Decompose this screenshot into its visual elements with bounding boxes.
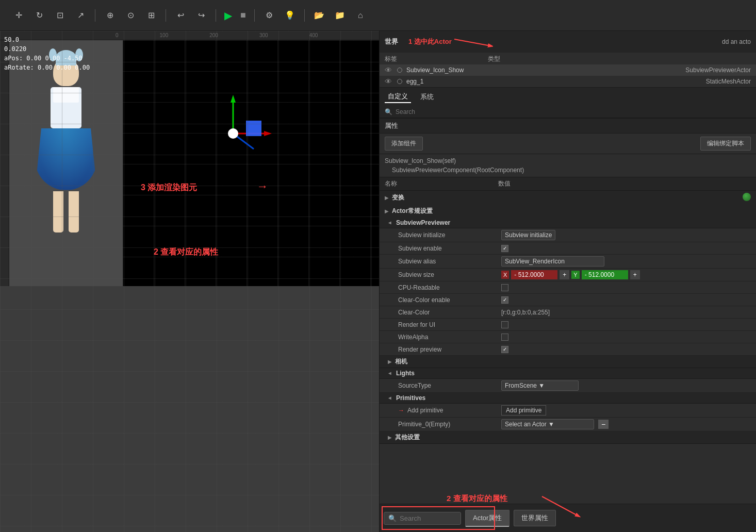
- comp-item-1[interactable]: SubviewPreviewerComponent(RootComponent): [385, 165, 751, 175]
- group-other-settings[interactable]: ▶ 其他设置: [380, 431, 756, 444]
- annotation-1-arrow: [452, 34, 493, 49]
- chevron-other: ▶: [388, 435, 392, 440]
- prop-name-init: Subview initialize: [398, 231, 501, 239]
- prop-val-writealpha: [501, 334, 751, 341]
- group-transform[interactable]: ▶ 变换: [380, 191, 756, 205]
- checkbox-renderui[interactable]: [501, 321, 508, 328]
- prop-name-cpu: CPU-Readable: [398, 284, 501, 291]
- settings-btn[interactable]: ⚙: [261, 7, 277, 24]
- checkbox-writealpha[interactable]: [501, 334, 508, 341]
- globe-btn[interactable]: ⊕: [102, 7, 118, 24]
- search-box-input[interactable]: [400, 514, 451, 522]
- edit-binding-btn[interactable]: 编辑绑定脚本: [700, 137, 751, 151]
- world-row-1[interactable]: 👁 egg_1 StaticMeshActor: [380, 76, 756, 87]
- redo-btn[interactable]: ↪: [193, 7, 209, 24]
- prop-val-clearenable: [501, 296, 751, 304]
- stat-line2: 0.0220: [4, 44, 90, 54]
- group-actor-settings[interactable]: ▶ Actor常规设置: [380, 205, 756, 218]
- tab-system[interactable]: 系统: [417, 91, 437, 103]
- chevron-lights: ▼: [387, 371, 393, 376]
- search-icon: 🔍: [385, 108, 392, 115]
- world-section: 世界 1 选中此Actor dd an acto 标签 类型: [380, 31, 756, 88]
- x-label: X: [501, 271, 509, 279]
- comp-item-0[interactable]: Subview_Icon_Show(self): [385, 156, 751, 165]
- prop-primitive0: Primitive_0(Empty) Select an Actor ▼ −: [380, 418, 756, 431]
- search-box-icon: 🔍: [388, 514, 397, 522]
- sep1: [95, 9, 95, 22]
- prim0-dropdown[interactable]: Select an Actor ▼: [501, 419, 594, 429]
- chevron-primitives: ▼: [387, 395, 393, 401]
- checkbox-cpu[interactable]: [501, 284, 508, 291]
- world-extra: dd an acto: [722, 38, 751, 45]
- prop-val-addprim: Add primitive: [501, 405, 751, 415]
- size-y-input[interactable]: [582, 270, 628, 279]
- group-subview[interactable]: ▼ SubviewPreviewer: [380, 218, 756, 228]
- world-title: 世界: [385, 37, 398, 46]
- chevron-camera: ▶: [388, 359, 392, 364]
- tab-world-properties[interactable]: 世界属性: [514, 510, 556, 526]
- undo-btn[interactable]: ↩: [172, 7, 189, 24]
- size-y-plus[interactable]: +: [630, 270, 640, 279]
- bottom-padding: [380, 444, 756, 464]
- group-lights[interactable]: ▼ Lights: [380, 368, 756, 379]
- move-btn[interactable]: ✛: [10, 7, 27, 24]
- clearcolor-value: [r:0,g:0,b:0,a:255]: [501, 309, 550, 316]
- add-prim-btn[interactable]: Add primitive: [501, 405, 546, 415]
- size-x-plus[interactable]: +: [560, 270, 569, 279]
- col-type: 类型: [488, 55, 751, 63]
- prop-val-enable: [501, 245, 751, 252]
- prop-subview-enable: Subview enable: [380, 242, 756, 255]
- checkbox-renderprev[interactable]: [501, 346, 508, 353]
- scale-btn[interactable]: ⊡: [52, 7, 68, 24]
- prop-val-init: Subview initialize: [501, 230, 751, 240]
- tab-custom[interactable]: 自定义: [385, 91, 411, 103]
- play-btn[interactable]: ▶: [222, 9, 234, 22]
- grid-btn[interactable]: ⊞: [143, 7, 159, 24]
- world-row-0[interactable]: 👁 Subview_Icon_Show SubviewPreviewerActo…: [380, 64, 756, 76]
- prop-name-addprim: → Add primitive: [398, 407, 501, 414]
- props-header: 属性: [380, 119, 756, 134]
- prop-renderui: Render for UI: [380, 319, 756, 331]
- custom-header: 自定义 系统: [380, 88, 756, 106]
- prop-val-clearcolor: [r:0,g:0,b:0,a:255]: [501, 309, 751, 316]
- prim0-minus-btn[interactable]: −: [598, 420, 609, 429]
- group-actor-label: Actor常规设置: [392, 207, 433, 215]
- sourcetype-dropdown[interactable]: FromScene ▼: [501, 380, 579, 391]
- world-columns: 标签 类型: [380, 53, 756, 64]
- right-bottom-bar: 🔍 Actor属性 世界属性 2 查看对应的属性: [380, 504, 756, 532]
- tab-actor-properties[interactable]: Actor属性: [465, 510, 510, 527]
- transform-btn[interactable]: ↗: [72, 7, 89, 24]
- add-component-btn[interactable]: 添加组件: [385, 137, 423, 151]
- prop-sourcetype: SourceType FromScene ▼: [380, 379, 756, 393]
- prop-writealpha: WriteAlpha: [380, 331, 756, 343]
- folder-open-btn[interactable]: 📂: [311, 7, 327, 24]
- world-header: 世界 1 选中此Actor dd an acto: [380, 31, 756, 53]
- add-primitive-arrow-icon: →: [398, 407, 404, 414]
- home-btn[interactable]: ⌂: [352, 7, 369, 24]
- target-btn[interactable]: ⊙: [122, 7, 139, 24]
- group-lights-label: Lights: [396, 370, 415, 377]
- checkbox-enable[interactable]: [501, 245, 508, 252]
- prop-name-renderui: Render for UI: [398, 321, 501, 328]
- prop-val-prim0: Select an Actor ▼ −: [501, 419, 751, 429]
- folder-btn[interactable]: 📁: [332, 7, 348, 24]
- subview-init-btn[interactable]: Subview initialize: [501, 230, 555, 240]
- row-type-0: SubviewPreviewerActor: [685, 66, 751, 74]
- search-input[interactable]: [396, 108, 751, 115]
- group-subview-label: SubviewPreviewer: [396, 219, 450, 226]
- stat-line4: aRotate: 0.00 0.00 0.00: [4, 63, 90, 72]
- group-camera[interactable]: ▶ 相机: [380, 356, 756, 368]
- stop-btn[interactable]: ■: [238, 10, 248, 21]
- group-other-label: 其他设置: [395, 433, 420, 442]
- right-panel: 世界 1 选中此Actor dd an acto 标签 类型: [379, 31, 756, 532]
- size-x-input[interactable]: [511, 270, 557, 279]
- stats-overlay: 50.0 0.0220 aPos: 0.00 0.00 -4.50 aRotat…: [4, 35, 90, 72]
- dot-icon-1: [397, 79, 402, 84]
- checkbox-clearenable[interactable]: [501, 296, 508, 304]
- prop-subview-alias: Subview alias: [380, 255, 756, 269]
- group-camera-label: 相机: [395, 357, 407, 366]
- light-btn[interactable]: 💡: [282, 7, 298, 24]
- alias-input[interactable]: [501, 256, 604, 267]
- rotate-btn[interactable]: ↻: [31, 7, 47, 24]
- group-primitives[interactable]: ▼ Primitives: [380, 393, 756, 404]
